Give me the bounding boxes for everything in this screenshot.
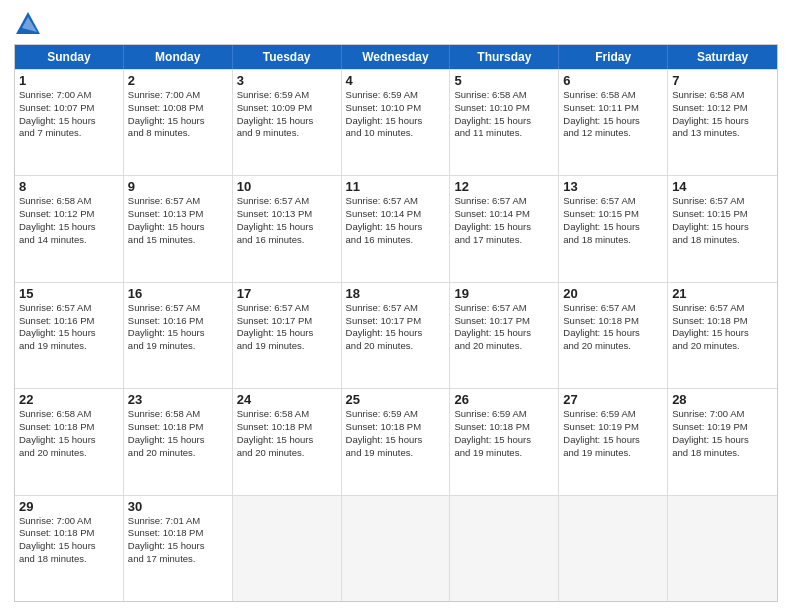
cal-cell [559, 496, 668, 601]
day-info: Sunrise: 6:57 AM Sunset: 10:18 PM Daylig… [563, 302, 663, 353]
day-info: Sunrise: 6:57 AM Sunset: 10:17 PM Daylig… [346, 302, 446, 353]
cal-cell: 3Sunrise: 6:59 AM Sunset: 10:09 PM Dayli… [233, 70, 342, 175]
cal-cell [668, 496, 777, 601]
cal-cell: 17Sunrise: 6:57 AM Sunset: 10:17 PM Dayl… [233, 283, 342, 388]
cal-cell: 30Sunrise: 7:01 AM Sunset: 10:18 PM Dayl… [124, 496, 233, 601]
day-info: Sunrise: 6:57 AM Sunset: 10:17 PM Daylig… [454, 302, 554, 353]
day-info: Sunrise: 6:57 AM Sunset: 10:18 PM Daylig… [672, 302, 773, 353]
header-day-saturday: Saturday [668, 45, 777, 69]
cal-cell [450, 496, 559, 601]
day-number: 28 [672, 392, 773, 407]
cal-cell: 27Sunrise: 6:59 AM Sunset: 10:19 PM Dayl… [559, 389, 668, 494]
day-number: 11 [346, 179, 446, 194]
day-info: Sunrise: 7:00 AM Sunset: 10:08 PM Daylig… [128, 89, 228, 140]
cal-cell [342, 496, 451, 601]
day-number: 7 [672, 73, 773, 88]
cal-cell: 11Sunrise: 6:57 AM Sunset: 10:14 PM Dayl… [342, 176, 451, 281]
day-info: Sunrise: 6:58 AM Sunset: 10:12 PM Daylig… [19, 195, 119, 246]
day-number: 6 [563, 73, 663, 88]
calendar-page: SundayMondayTuesdayWednesdayThursdayFrid… [0, 0, 792, 612]
day-number: 4 [346, 73, 446, 88]
day-info: Sunrise: 6:58 AM Sunset: 10:18 PM Daylig… [128, 408, 228, 459]
cal-cell: 20Sunrise: 6:57 AM Sunset: 10:18 PM Dayl… [559, 283, 668, 388]
day-info: Sunrise: 6:58 AM Sunset: 10:18 PM Daylig… [237, 408, 337, 459]
cal-cell: 25Sunrise: 6:59 AM Sunset: 10:18 PM Dayl… [342, 389, 451, 494]
cal-cell: 1Sunrise: 7:00 AM Sunset: 10:07 PM Dayli… [15, 70, 124, 175]
calendar: SundayMondayTuesdayWednesdayThursdayFrid… [14, 44, 778, 602]
week-row-1: 1Sunrise: 7:00 AM Sunset: 10:07 PM Dayli… [15, 69, 777, 175]
day-info: Sunrise: 6:58 AM Sunset: 10:10 PM Daylig… [454, 89, 554, 140]
cal-cell: 13Sunrise: 6:57 AM Sunset: 10:15 PM Dayl… [559, 176, 668, 281]
week-row-5: 29Sunrise: 7:00 AM Sunset: 10:18 PM Dayl… [15, 495, 777, 601]
cal-cell: 8Sunrise: 6:58 AM Sunset: 10:12 PM Dayli… [15, 176, 124, 281]
day-info: Sunrise: 6:57 AM Sunset: 10:16 PM Daylig… [128, 302, 228, 353]
day-number: 27 [563, 392, 663, 407]
day-info: Sunrise: 6:57 AM Sunset: 10:13 PM Daylig… [128, 195, 228, 246]
day-number: 10 [237, 179, 337, 194]
cal-cell: 7Sunrise: 6:58 AM Sunset: 10:12 PM Dayli… [668, 70, 777, 175]
logo [14, 10, 46, 38]
day-info: Sunrise: 7:01 AM Sunset: 10:18 PM Daylig… [128, 515, 228, 566]
day-number: 17 [237, 286, 337, 301]
cal-cell: 10Sunrise: 6:57 AM Sunset: 10:13 PM Dayl… [233, 176, 342, 281]
cal-cell: 6Sunrise: 6:58 AM Sunset: 10:11 PM Dayli… [559, 70, 668, 175]
week-row-2: 8Sunrise: 6:58 AM Sunset: 10:12 PM Dayli… [15, 175, 777, 281]
day-info: Sunrise: 6:57 AM Sunset: 10:15 PM Daylig… [563, 195, 663, 246]
day-number: 14 [672, 179, 773, 194]
cal-cell: 16Sunrise: 6:57 AM Sunset: 10:16 PM Dayl… [124, 283, 233, 388]
day-number: 25 [346, 392, 446, 407]
week-row-4: 22Sunrise: 6:58 AM Sunset: 10:18 PM Dayl… [15, 388, 777, 494]
day-info: Sunrise: 6:57 AM Sunset: 10:16 PM Daylig… [19, 302, 119, 353]
cal-cell: 5Sunrise: 6:58 AM Sunset: 10:10 PM Dayli… [450, 70, 559, 175]
cal-cell: 21Sunrise: 6:57 AM Sunset: 10:18 PM Dayl… [668, 283, 777, 388]
cal-cell: 12Sunrise: 6:57 AM Sunset: 10:14 PM Dayl… [450, 176, 559, 281]
day-info: Sunrise: 6:59 AM Sunset: 10:18 PM Daylig… [346, 408, 446, 459]
day-number: 20 [563, 286, 663, 301]
header-day-friday: Friday [559, 45, 668, 69]
header-day-thursday: Thursday [450, 45, 559, 69]
day-number: 29 [19, 499, 119, 514]
day-number: 13 [563, 179, 663, 194]
header-day-tuesday: Tuesday [233, 45, 342, 69]
day-info: Sunrise: 6:57 AM Sunset: 10:14 PM Daylig… [346, 195, 446, 246]
cal-cell: 19Sunrise: 6:57 AM Sunset: 10:17 PM Dayl… [450, 283, 559, 388]
day-number: 22 [19, 392, 119, 407]
day-info: Sunrise: 6:58 AM Sunset: 10:11 PM Daylig… [563, 89, 663, 140]
day-info: Sunrise: 6:58 AM Sunset: 10:18 PM Daylig… [19, 408, 119, 459]
day-number: 30 [128, 499, 228, 514]
day-number: 24 [237, 392, 337, 407]
day-info: Sunrise: 7:00 AM Sunset: 10:18 PM Daylig… [19, 515, 119, 566]
cal-cell: 2Sunrise: 7:00 AM Sunset: 10:08 PM Dayli… [124, 70, 233, 175]
day-number: 12 [454, 179, 554, 194]
cal-cell: 15Sunrise: 6:57 AM Sunset: 10:16 PM Dayl… [15, 283, 124, 388]
cal-cell: 28Sunrise: 7:00 AM Sunset: 10:19 PM Dayl… [668, 389, 777, 494]
day-number: 19 [454, 286, 554, 301]
day-number: 16 [128, 286, 228, 301]
day-info: Sunrise: 6:57 AM Sunset: 10:14 PM Daylig… [454, 195, 554, 246]
day-number: 5 [454, 73, 554, 88]
cal-cell: 24Sunrise: 6:58 AM Sunset: 10:18 PM Dayl… [233, 389, 342, 494]
header-day-sunday: Sunday [15, 45, 124, 69]
header [14, 10, 778, 38]
day-number: 18 [346, 286, 446, 301]
cal-cell: 18Sunrise: 6:57 AM Sunset: 10:17 PM Dayl… [342, 283, 451, 388]
day-number: 2 [128, 73, 228, 88]
day-info: Sunrise: 6:59 AM Sunset: 10:19 PM Daylig… [563, 408, 663, 459]
day-number: 21 [672, 286, 773, 301]
cal-cell: 29Sunrise: 7:00 AM Sunset: 10:18 PM Dayl… [15, 496, 124, 601]
day-info: Sunrise: 6:57 AM Sunset: 10:17 PM Daylig… [237, 302, 337, 353]
cal-cell: 14Sunrise: 6:57 AM Sunset: 10:15 PM Dayl… [668, 176, 777, 281]
cal-cell: 22Sunrise: 6:58 AM Sunset: 10:18 PM Dayl… [15, 389, 124, 494]
logo-icon [14, 10, 42, 38]
day-info: Sunrise: 6:59 AM Sunset: 10:10 PM Daylig… [346, 89, 446, 140]
day-number: 8 [19, 179, 119, 194]
day-info: Sunrise: 6:59 AM Sunset: 10:09 PM Daylig… [237, 89, 337, 140]
day-number: 23 [128, 392, 228, 407]
cal-cell: 4Sunrise: 6:59 AM Sunset: 10:10 PM Dayli… [342, 70, 451, 175]
cal-cell: 9Sunrise: 6:57 AM Sunset: 10:13 PM Dayli… [124, 176, 233, 281]
day-info: Sunrise: 6:57 AM Sunset: 10:15 PM Daylig… [672, 195, 773, 246]
calendar-body: 1Sunrise: 7:00 AM Sunset: 10:07 PM Dayli… [15, 69, 777, 601]
calendar-header-row: SundayMondayTuesdayWednesdayThursdayFrid… [15, 45, 777, 69]
day-number: 15 [19, 286, 119, 301]
header-day-wednesday: Wednesday [342, 45, 451, 69]
